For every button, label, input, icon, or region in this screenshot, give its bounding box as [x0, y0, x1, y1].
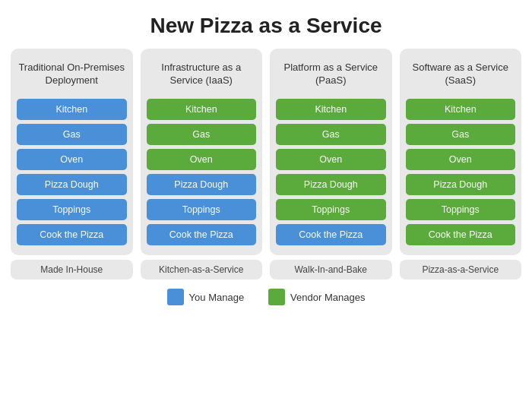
- bottom-label-paas: Walk-In-and-Bake: [270, 260, 392, 280]
- item-saas-4: Toppings: [406, 199, 516, 220]
- you-manage-icon: [167, 289, 184, 305]
- vendor-manages-label: Vendor Manages: [290, 292, 365, 303]
- you-manage-label: You Manage: [189, 292, 245, 303]
- item-iaas-3: Pizza Dough: [147, 174, 257, 195]
- legend-row: You Manage Vendor Manages: [167, 289, 366, 305]
- item-iaas-2: Oven: [147, 149, 257, 170]
- item-saas-2: Oven: [406, 149, 516, 170]
- page-title: New Pizza as a Service: [150, 14, 382, 38]
- legend-vendor-manages: Vendor Manages: [268, 289, 365, 305]
- item-paas-5: Cook the Pizza: [276, 224, 386, 245]
- item-traditional-4: Toppings: [17, 199, 127, 220]
- item-paas-4: Toppings: [276, 199, 386, 220]
- item-saas-3: Pizza Dough: [406, 174, 516, 195]
- item-paas-2: Oven: [276, 149, 386, 170]
- bottom-label-saas: Pizza-as-a-Service: [400, 260, 522, 280]
- item-paas-3: Pizza Dough: [276, 174, 386, 195]
- item-iaas-4: Toppings: [147, 199, 257, 220]
- column-saas: Software as a Service (SaaS)KitchenGasOv…: [400, 49, 522, 255]
- item-saas-0: Kitchen: [406, 99, 516, 120]
- item-traditional-3: Pizza Dough: [17, 174, 127, 195]
- item-iaas-1: Gas: [147, 124, 257, 145]
- vendor-manages-icon: [268, 289, 285, 305]
- column-title-iaas: Infrastructure as a Service (IaaS): [147, 56, 257, 93]
- bottom-label-iaas: Kitchen-as-a-Service: [141, 260, 263, 280]
- item-paas-1: Gas: [276, 124, 386, 145]
- item-iaas-5: Cook the Pizza: [147, 224, 257, 245]
- columns-container: Traditional On-Premises DeploymentKitche…: [0, 49, 532, 255]
- item-traditional-0: Kitchen: [17, 99, 127, 120]
- bottom-labels: Made In-HouseKitchen-as-a-ServiceWalk-In…: [0, 260, 532, 280]
- column-title-saas: Software as a Service (SaaS): [406, 56, 516, 93]
- column-title-paas: Platform as a Service (PaaS): [276, 56, 386, 93]
- column-iaas: Infrastructure as a Service (IaaS)Kitche…: [141, 49, 263, 255]
- column-title-traditional: Traditional On-Premises Deployment: [17, 56, 127, 93]
- item-paas-0: Kitchen: [276, 99, 386, 120]
- bottom-label-traditional: Made In-House: [11, 260, 133, 280]
- column-traditional: Traditional On-Premises DeploymentKitche…: [11, 49, 133, 255]
- item-iaas-0: Kitchen: [147, 99, 257, 120]
- item-traditional-1: Gas: [17, 124, 127, 145]
- item-saas-5: Cook the Pizza: [406, 224, 516, 245]
- legend-you-manage: You Manage: [167, 289, 245, 305]
- item-traditional-2: Oven: [17, 149, 127, 170]
- column-paas: Platform as a Service (PaaS)KitchenGasOv…: [270, 49, 392, 255]
- item-traditional-5: Cook the Pizza: [17, 224, 127, 245]
- item-saas-1: Gas: [406, 124, 516, 145]
